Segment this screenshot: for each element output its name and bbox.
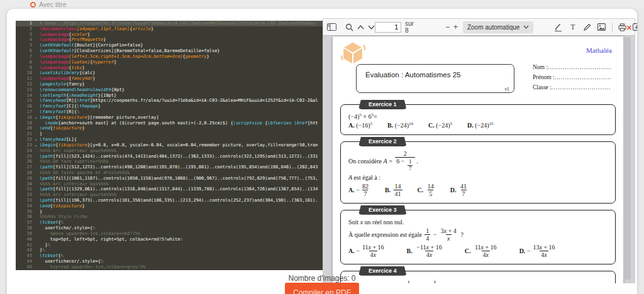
code-line[interactable]: 1% @see : https://coopmaths.fr/alea/?uui… [16,21,323,26]
fold-marker-icon[interactable]: ▾ [32,143,40,148]
math-line: A. −11x + 164xB. −11x + 164xC. 11x + 164… [348,244,608,258]
code-line[interactable]: 8\usepackage[luatex]{hyperref} [16,60,323,65]
line-number: 30 [16,182,32,187]
draw-tool-icon[interactable] [581,21,594,33]
code-line[interactable]: 7\usepackage[left=1.5cm,right=1.5cm,top=… [16,54,323,60]
code-line[interactable]: 31\path[fill](1329,861)..controls(1316,8… [16,187,323,192]
code-line[interactable]: 19 \node[anchor=south east] at ($(curren… [16,121,323,126]
code-text: \setKVdefault[ClesExercices]{BaremeTotal… [40,48,323,54]
code-line[interactable]: 13\renewcommand\headrulewidth{0pt} [16,87,323,93]
exercise-box: Exercice 1(−4)5 × 65=A. (−16)5B. (−24)10… [340,104,616,135]
compile-pdf-button[interactable]: Compiler en PDF [285,283,359,294]
pdf-scrollbar[interactable] [623,36,631,283]
code-token: % [77,109,79,114]
code-line[interactable]: 5\setKVdefault[Boulot]{CorrigeFin=false} [16,43,323,48]
exercise-tab: Exercice 3 [358,205,407,215]
fold-marker-icon[interactable]: ▾ [32,137,40,143]
code-line[interactable]: 16\fancyfoot[C]{\thepage} [16,104,323,109]
code-line[interactable]: 21} [16,131,323,137]
code-token: %%%% Dé face supérieur%%%% [40,159,109,164]
math-text: + 16 [371,244,384,251]
code-line[interactable]: 28%%%% Dé faces gauche et droite%%%% [16,170,323,176]
latex-code-editor[interactable]: 1% @see : https://coopmaths.fr/alea/?uui… [16,21,323,270]
zoom-mode-select[interactable]: Zoom automatique [463,21,533,33]
code-line[interactable]: 2\documentclass[a4paper,11pt,fleqn]{arti… [16,26,323,32]
search-icon[interactable] [345,21,353,33]
code-line[interactable]: 23▾\begin{tikzpicture}[y=0.8, x=0.8, ysc… [16,143,323,148]
code-token: } [82,204,84,209]
code-token: } [92,76,95,81]
zoom-out-icon[interactable]: − [445,21,450,33]
code-line[interactable]: 35} [16,209,323,215]
code-token: % [101,259,103,264]
fold-marker-icon[interactable]: ▾ [32,115,40,121]
code-token: \usepackage [40,60,69,65]
line-number: 36 [16,214,32,220]
line-number: 42 [16,248,32,253]
gutter-spacer [32,98,40,104]
highlight-tool-icon[interactable] [552,21,565,33]
code-line[interactable]: 27\path[fill](512,1272)..controls(490,12… [16,165,323,170]
free-text-tool-icon[interactable]: T [567,21,579,33]
code-line[interactable]: 20\end{tikzpicture} [16,126,323,131]
code-line[interactable]: 11\usepackage{fancyhdr} [16,76,323,82]
code-token: hyperref [92,60,114,65]
code-line[interactable]: 3\usepackage{xcolor} [16,32,323,38]
code-line[interactable]: 33\path[fill](196,373)..controls(181,358… [16,198,323,204]
zoom-in-icon[interactable]: + [453,21,458,33]
math-text: (−24) [393,122,409,129]
code-line[interactable]: 44 userfichecor/.style={% [16,259,323,264]
code-line[interactable]: 36%%%%%% Style Fiche [16,214,323,220]
radio-circle-icon[interactable] [30,2,36,8]
latex-export-panel: 1% @see : https://coopmaths.fr/alea/?uui… [7,9,637,294]
code-line[interactable]: 34\end{tikzpicture} [16,204,323,209]
sidebar-toggle-icon[interactable] [327,21,336,33]
code-line[interactable]: 32%%%% Arc inférieur gauche%%%% [16,192,323,198]
fraction-denominator: 4x [482,251,490,258]
next-page-icon[interactable] [368,21,375,33]
code-line[interactable]: 9\usepackage{tikz} [16,65,323,71]
scrollbar-thumb[interactable] [623,37,631,280]
add-image-tool-icon[interactable] [596,21,608,33]
code-line[interactable]: 18▾\begin{tikzpicture}[remember picture,… [16,115,323,121]
code-token: \headheight [69,93,97,98]
line-number: 11 [16,76,32,82]
code-line[interactable]: 4\usepackage{ProfMaquette} [16,37,323,43]
code-token: % [92,226,95,231]
brand-link[interactable]: Mathaléa [586,46,612,54]
code-line[interactable]: 43\tcbset{% [16,253,323,259]
close-icon[interactable]: ✕ [626,24,632,31]
code-line[interactable]: 39 %move upwards=-1cm,colback=red!75% [16,231,323,237]
code-line[interactable]: 22▾\fancyhead[L]{ [16,137,323,143]
code-line[interactable]: 26%%%% Dé face supérieur%%%% [16,159,323,165]
code-line[interactable]: 29\path[fill](1061,1167)..controls(1050,… [16,176,323,182]
code-line[interactable]: 17\fancyfoot[R]{% [16,109,323,115]
code-line[interactable]: 37\tcbset{% [16,220,323,226]
code-line[interactable]: 25\path[fill](523,1424)..controls(474,14… [16,154,323,160]
code-line[interactable]: 41 }% [16,242,323,248]
code-line[interactable]: 42}% [16,248,323,253]
code-line[interactable]: 38 userfiche/.style={% [16,226,323,231]
code-line[interactable]: 40 top=5pt, left=5pt, right=5pt, colback… [16,237,323,242]
line-number: 15 [16,98,32,104]
with-title-radio[interactable]: Avec titre [30,1,67,8]
code-text: }% [40,248,323,253]
code-text: \usepackage[left=1.5cm,right=1.5cm,top=2… [40,54,323,60]
gutter-spacer [32,26,40,32]
code-line[interactable]: 45 %spread upwards=-1cm,colback=gray!5% [16,264,323,270]
line-number: 24 [16,148,32,154]
code-line[interactable]: 14\setlength{\headheight}{18pt} [16,93,323,99]
code-text: userfichecor/.style={% [40,259,323,264]
math-text: + 16 [542,244,555,251]
previous-page-icon[interactable] [357,21,364,33]
code-line[interactable]: 12\pagestyle{fancy} [16,82,323,87]
code-line[interactable]: 6\setKVdefault[ClesExercices]{BaremeTota… [16,48,323,54]
code-line[interactable]: 30%%%% Arc inférieur bas%%%% [16,182,323,187]
code-text: \tcbset{% [40,220,323,226]
gutter-spacer [32,87,40,93]
code-line[interactable]: 15\fancyhead[R]{\href{https://coopmaths.… [16,98,323,104]
page-number-input[interactable] [375,22,401,33]
code-line[interactable]: 10\usetikzlibrary{calc} [16,70,323,76]
code-line[interactable]: 24%%%% Arc supérieur gauche%%%% [16,148,323,154]
math-text: × 6 [362,113,372,120]
